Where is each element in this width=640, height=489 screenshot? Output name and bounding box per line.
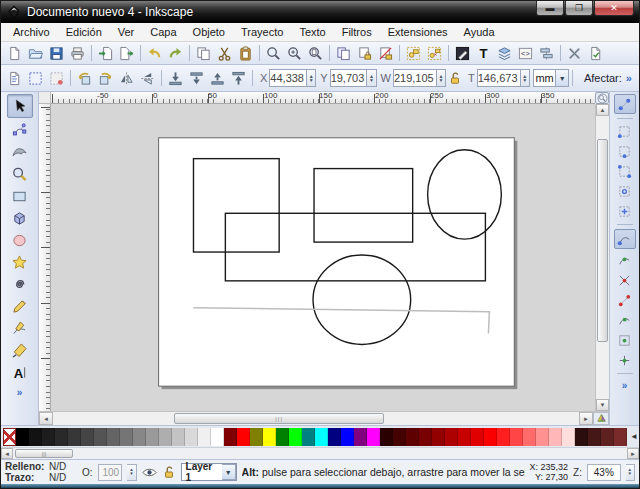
swatch-454545[interactable] [81,428,94,446]
h-spinner[interactable]: ▲▼ [521,69,530,87]
undo-button[interactable] [144,43,165,63]
swatch-292929[interactable] [55,428,68,446]
titlebar[interactable]: Documento nuevo 4 - Inkscape ▬ ❐ ✕ [1,1,639,23]
snap-bbox-mid-button[interactable] [614,183,636,200]
swatch-ffff00[interactable] [263,428,276,446]
swatch-5f2020[interactable] [601,428,614,446]
zoom-field[interactable]: 43% [587,464,621,481]
x-field[interactable]: 44,338 [269,69,307,87]
export-button[interactable] [116,43,137,63]
snap-cusp-button[interactable] [614,292,636,309]
snap-bbox-center-button[interactable] [614,203,636,220]
tool-calligraphy-button[interactable] [7,341,33,360]
unit-select[interactable]: mm [533,69,557,87]
paste-button[interactable] [235,43,256,63]
swatch-ad0000[interactable] [445,428,458,446]
scroll-left-button[interactable]: ◄ [39,412,53,425]
vertical-scroll-thumb[interactable] [597,139,608,343]
swatch-f0f0f0[interactable] [198,428,211,446]
xml-editor-button[interactable]: <> [515,43,536,63]
snap-bbox-edge-button[interactable] [614,143,636,160]
zoom-page-button[interactable] [305,43,326,63]
unit-dropdown-arrow[interactable]: ▼ [556,69,569,87]
swatch-c70000[interactable] [458,428,471,446]
swatch-ff6b6b[interactable] [523,428,536,446]
folder-open-button[interactable] [25,43,46,63]
swatch-fb0000[interactable] [484,428,497,446]
fill-stroke-indicator[interactable]: Relleno:N/D Trazo:N/D [5,461,77,483]
tool-tweak-button[interactable] [7,143,33,162]
group-button[interactable] [403,43,424,63]
swatch-ffffff[interactable] [211,428,224,446]
swatch-800080[interactable] [354,428,367,446]
swatch-792a2a[interactable] [614,428,627,446]
swatch-757575[interactable] [120,428,133,446]
snap-enable-button[interactable] [614,94,636,114]
menu-edicion[interactable]: Edición [58,24,110,40]
palette-more-arrow[interactable]: ◄ [627,432,639,441]
snap-intersect-button[interactable] [614,272,636,289]
import-button[interactable] [95,43,116,63]
menu-ayuda[interactable]: Ayuda [456,24,503,40]
swatch-790000[interactable] [419,428,432,446]
y-field[interactable]: 19,703 [330,69,368,87]
palette-scroll-left-button[interactable]: ◄ [1,448,13,459]
flip-v-button[interactable] [137,68,158,88]
tool-pencil-button[interactable] [7,297,33,316]
zoom-selection-button[interactable] [263,43,284,63]
clone-button[interactable] [354,43,375,63]
menu-trayecto[interactable]: Trayecto [233,24,291,40]
swatch-d9d9d9[interactable] [185,428,198,446]
restore-button[interactable]: ❐ [565,1,593,16]
minimize-button[interactable]: ▬ [536,1,564,16]
swatch-ff00ff[interactable] [367,428,380,446]
scroll-down-button[interactable]: ▼ [596,399,609,411]
menu-objeto[interactable]: Objeto [185,24,233,40]
swatch-c3c3c3[interactable] [172,428,185,446]
snap-bbox-button[interactable] [614,123,636,140]
swatch-9a9a9a[interactable] [146,428,159,446]
swatch-545454[interactable] [94,428,107,446]
swatch-none[interactable] [3,428,16,446]
raise-top-button[interactable] [228,68,249,88]
swatch-00ffff[interactable] [315,428,328,446]
layer-lock-icon[interactable] [162,465,176,479]
tool-ellipse-button[interactable] [7,231,33,250]
zoom-drawing-button[interactable] [284,43,305,63]
swatch-e10000[interactable] [471,428,484,446]
y-spinner[interactable]: ▲▼ [367,69,376,87]
tool-pen-button[interactable] [7,319,33,338]
copy-button[interactable] [193,43,214,63]
snapbar-overflow-chevron[interactable]: » [622,380,628,391]
snap-node-button[interactable] [614,229,636,249]
swatch-451717[interactable] [588,428,601,446]
w-field[interactable]: 219,105 [393,69,437,87]
opacity-spinner[interactable]: ▲▼ [127,464,136,481]
align-button[interactable] [536,43,557,63]
tool-node-button[interactable] [7,121,33,140]
raise-button[interactable] [207,68,228,88]
vertical-scrollbar[interactable]: ▲ ▼ [595,104,609,411]
horizontal-scroll-thumb[interactable]: ||| [174,413,384,424]
snap-smooth-button[interactable] [614,312,636,329]
tool-rect-button[interactable] [7,187,33,206]
redo-button[interactable] [165,43,186,63]
swatch-1d1d1d[interactable] [42,428,55,446]
x-spinner[interactable]: ▲▼ [307,69,316,87]
menu-texto[interactable]: Texto [291,24,333,40]
save-button[interactable] [46,43,67,63]
h-field[interactable]: 146,673 [477,69,521,87]
cut-button[interactable] [214,43,235,63]
rotate-ccw-button[interactable] [74,68,95,88]
swatch-aeaeae[interactable] [159,428,172,446]
text-dialog-button[interactable]: T [473,43,494,63]
printer-button[interactable] [67,43,88,63]
toolbox-overflow-chevron[interactable]: » [17,387,23,398]
scroll-up-button[interactable]: ▲ [596,104,609,116]
vertical-ruler[interactable] [39,104,51,411]
swatch-ff0000[interactable] [237,428,250,446]
w-spinner[interactable]: ▲▼ [437,69,446,87]
palette-scrollbar[interactable]: ◄ ||| ► [1,447,639,459]
swatch-450000[interactable] [393,428,406,446]
menu-extensiones[interactable]: Extensiones [380,24,456,40]
